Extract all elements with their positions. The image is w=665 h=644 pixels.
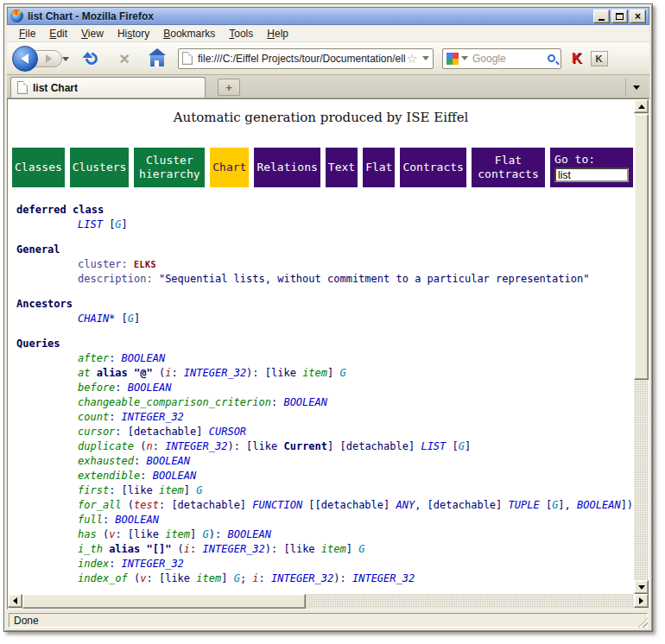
tab-list-chart[interactable]: list Chart	[10, 77, 206, 98]
url-dropdown-icon[interactable]	[422, 56, 429, 60]
list-all-tabs-button[interactable]	[625, 79, 646, 96]
history-dropdown-icon[interactable]	[62, 57, 69, 61]
code-line: for_all (test: [detachable] FUNCTION [[d…	[16, 498, 633, 513]
code-line: i_th alias "[]" (i: INTEGER_32): [like i…	[16, 542, 633, 557]
vertical-scrollbar[interactable]	[634, 99, 649, 594]
close-icon: ×	[635, 12, 641, 21]
code-line: count: INTEGER_32	[16, 410, 633, 425]
home-button[interactable]	[147, 48, 168, 69]
class-chart-text: deferred classLIST [G]Generalcluster: EL…	[9, 203, 633, 586]
status-bar: Done	[7, 611, 649, 629]
url-input[interactable]: file:///C:/Eiffel Projects/tour/Document…	[198, 53, 405, 65]
doc-button-clusters[interactable]: Clusters	[70, 148, 130, 187]
code-heading: Ancestors	[16, 297, 633, 312]
vertical-scroll-thumb[interactable]	[634, 114, 649, 380]
stop-icon: ×	[119, 50, 130, 67]
scroll-right-button[interactable]	[634, 594, 649, 608]
status-text: Done	[9, 613, 648, 628]
code-line: CHAIN* [G]	[16, 312, 633, 326]
code-line: cursor: [detachable] CURSOR	[16, 425, 633, 439]
code-line: changeable_comparison_criterion: BOOLEAN	[16, 395, 633, 410]
page-icon	[182, 52, 193, 65]
tab-strip: list Chart +	[7, 75, 649, 98]
document-viewport: Automatic generation produced by ISE Eif…	[9, 99, 633, 594]
doc-nav-buttons: ClassesClustersCluster hierarchyChartRel…	[9, 148, 633, 187]
code-line: cluster: ELKS	[16, 257, 633, 272]
minimize-button[interactable]	[593, 9, 610, 23]
menu-bookmarks[interactable]: Bookmarks	[156, 26, 222, 41]
close-button[interactable]: ×	[630, 9, 646, 23]
menu-view[interactable]: View	[74, 26, 111, 41]
horizontal-scroll-thumb[interactable]	[22, 594, 306, 609]
chevron-down-icon	[633, 85, 640, 90]
code-line: description: "Sequential lists, without …	[16, 272, 633, 287]
kaspersky-icon[interactable]: K	[572, 51, 582, 66]
search-engine-dropdown-icon[interactable]	[461, 56, 468, 60]
forward-icon	[46, 54, 52, 63]
code-line: before: BOOLEAN	[16, 381, 633, 395]
stop-button[interactable]: ×	[114, 48, 135, 69]
code-line: extendible: BOOLEAN	[16, 469, 633, 483]
back-icon	[21, 54, 28, 64]
goto-cell: Go to:	[550, 148, 633, 187]
home-icon	[150, 55, 164, 66]
back-forward-group	[12, 46, 69, 72]
code-heading: deferred class	[16, 203, 633, 218]
code-line: index_of (v: [like item] G; i: INTEGER_3…	[16, 571, 633, 586]
doc-button-contracts[interactable]: Contracts	[400, 148, 466, 187]
code-heading: General	[16, 243, 633, 257]
menu-tools[interactable]: Tools	[222, 26, 260, 41]
doc-button-chart[interactable]: Chart	[210, 148, 249, 187]
arrow-right-icon	[639, 597, 643, 604]
doc-button-flat-contracts[interactable]: Flat contracts	[472, 148, 545, 187]
doc-button-relations[interactable]: Relations	[254, 148, 320, 187]
page-title: Automatic generation produced by ISE Eif…	[9, 110, 633, 125]
horizontal-scrollbar[interactable]	[8, 594, 649, 609]
firefox-icon	[10, 9, 23, 22]
menu-file[interactable]: File	[12, 26, 42, 41]
url-bar[interactable]: file:///C:/Eiffel Projects/tour/Document…	[178, 48, 434, 69]
new-tab-button[interactable]: +	[218, 79, 240, 96]
arrow-down-icon	[638, 585, 645, 590]
code-line: has (v: [like item] G): BOOLEAN	[16, 527, 633, 542]
menu-history[interactable]: History	[111, 26, 156, 41]
code-line: after: BOOLEAN	[16, 351, 633, 366]
code-line: at alias "@" (i: INTEGER_32): [like item…	[16, 366, 633, 381]
search-input[interactable]	[472, 53, 548, 65]
doc-button-classes[interactable]: Classes	[12, 148, 65, 187]
arrow-left-icon	[13, 597, 17, 604]
code-line: full: BOOLEAN	[16, 513, 633, 527]
code-line: LIST [G]	[16, 218, 633, 232]
menu-edit[interactable]: Edit	[42, 26, 74, 41]
search-icon[interactable]	[548, 54, 555, 62]
title-bar[interactable]: list Chart - Mozilla Firefox ×	[7, 7, 649, 25]
reload-button[interactable]	[81, 48, 102, 69]
maximize-icon	[616, 13, 624, 20]
bookmark-star-icon[interactable]: ☆	[407, 51, 418, 66]
code-gap	[16, 287, 633, 297]
doc-button-flat[interactable]: Flat	[363, 148, 395, 187]
maximize-button[interactable]	[611, 9, 628, 23]
code-line: exhausted: BOOLEAN	[16, 454, 633, 469]
k-addon-button[interactable]: K	[591, 51, 608, 66]
scroll-down-button[interactable]	[634, 580, 649, 594]
goto-label: Go to:	[554, 153, 595, 166]
code-gap	[16, 326, 633, 337]
minimize-icon	[598, 19, 605, 21]
scroll-up-button[interactable]	[634, 99, 649, 113]
tab-page-icon	[17, 81, 28, 94]
menu-bar: FileEditViewHistoryBookmarksToolsHelp	[7, 25, 649, 42]
code-gap	[16, 232, 633, 243]
window-title: list Chart - Mozilla Firefox	[28, 10, 593, 22]
doc-button-cluster-hierarchy[interactable]: Cluster hierarchy	[134, 148, 205, 187]
doc-button-text[interactable]: Text	[326, 148, 358, 187]
google-icon[interactable]	[446, 53, 459, 65]
code-line: duplicate (n: INTEGER_32): [like Current…	[16, 439, 633, 454]
menu-help[interactable]: Help	[260, 26, 295, 41]
goto-input[interactable]	[554, 167, 629, 182]
back-button[interactable]	[12, 46, 38, 72]
code-line: index: INTEGER_32	[16, 557, 633, 571]
scroll-left-button[interactable]	[8, 594, 22, 608]
page-content: Automatic generation produced by ISE Eif…	[7, 98, 649, 609]
search-box[interactable]	[442, 48, 561, 69]
